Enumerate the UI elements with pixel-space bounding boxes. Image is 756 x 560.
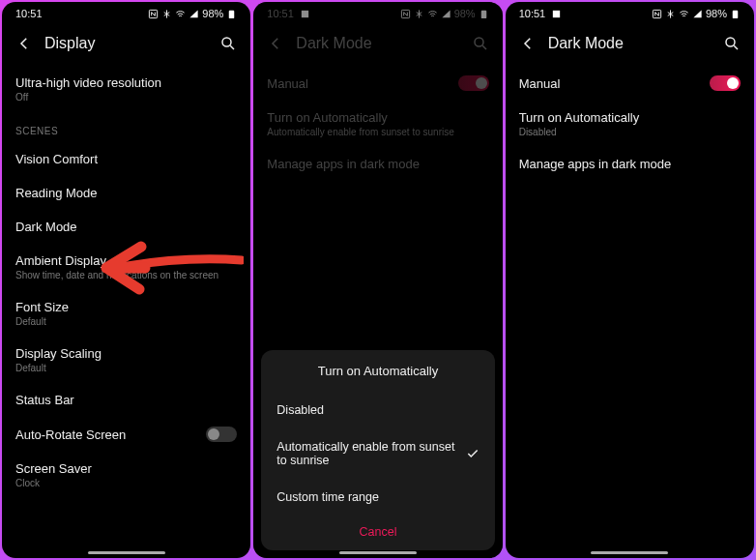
- option-disabled[interactable]: Disabled: [276, 392, 479, 428]
- signal-icon: [189, 9, 199, 19]
- battery-text: 98%: [706, 8, 727, 19]
- row-sub: Default: [15, 363, 237, 373]
- nfc-icon: [148, 9, 159, 19]
- cancel-button[interactable]: Cancel: [276, 516, 479, 541]
- nfc-icon: [652, 9, 662, 19]
- svg-rect-1: [229, 10, 235, 17]
- option-custom-time[interactable]: Custom time range: [276, 479, 479, 516]
- status-bar: 10:51 98%: [2, 2, 250, 25]
- screenshot-icon: [551, 9, 562, 19]
- dialog-auto-schedule: Turn on Automatically Disabled Automatic…: [261, 350, 494, 550]
- dialog-title: Turn on Automatically: [276, 364, 479, 378]
- home-indicator[interactable]: [339, 551, 417, 554]
- row-sub: Clock: [15, 478, 237, 488]
- row-manual[interactable]: Manual: [519, 66, 741, 101]
- status-time: 10:51: [15, 8, 43, 19]
- row-auto[interactable]: Turn on Automatically Disabled: [519, 101, 741, 147]
- row-label: Ambient Display: [15, 253, 237, 268]
- battery-icon: [730, 9, 741, 19]
- page-title: Display: [44, 35, 208, 52]
- row-screen-saver[interactable]: Screen Saver Clock: [15, 452, 237, 498]
- option-label: Disabled: [276, 403, 479, 417]
- svg-rect-7: [553, 10, 560, 16]
- status-time: 10:51: [519, 8, 546, 19]
- row-label: Turn on Automatically: [519, 110, 741, 125]
- mute-icon: [161, 9, 172, 19]
- status-bar: 10:51 98%: [506, 2, 754, 25]
- page-title: Dark Mode: [548, 35, 712, 52]
- row-ambient-display[interactable]: Ambient Display Show time, date and noti…: [15, 244, 237, 290]
- row-label: Ultra-high video resolution: [15, 75, 237, 90]
- row-reading-mode[interactable]: Reading Mode: [15, 176, 237, 210]
- section-scenes: SCENES: [15, 126, 237, 136]
- screen-dark-mode-dialog: 10:51 98% Dark Mode Manual Turn on Autom…: [253, 2, 502, 558]
- row-label: Vision Comfort: [15, 152, 237, 166]
- svg-point-10: [726, 38, 735, 46]
- home-indicator[interactable]: [88, 551, 165, 554]
- home-indicator[interactable]: [591, 551, 668, 554]
- header: Display: [2, 25, 250, 66]
- battery-text: 98%: [202, 8, 223, 19]
- toggle-manual[interactable]: [710, 75, 741, 91]
- row-vision-comfort[interactable]: Vision Comfort: [15, 142, 237, 176]
- row-status-bar[interactable]: Status Bar: [15, 383, 237, 417]
- row-label: Font Size: [15, 300, 237, 314]
- row-ultra-high-video[interactable]: Ultra-high video resolution Off: [15, 66, 237, 112]
- toggle-auto-rotate[interactable]: [206, 427, 237, 442]
- search-icon[interactable]: [723, 35, 741, 52]
- row-manage-apps[interactable]: Manage apps in dark mode: [519, 147, 741, 181]
- back-icon[interactable]: [15, 35, 33, 52]
- row-label: Reading Mode: [15, 186, 237, 200]
- wifi-icon: [175, 9, 186, 19]
- row-label: Auto-Rotate Screen: [15, 427, 126, 442]
- status-icons: 98%: [652, 8, 741, 19]
- search-icon[interactable]: [219, 35, 237, 52]
- header: Dark Mode: [506, 25, 754, 66]
- option-label: Custom time range: [276, 490, 479, 504]
- svg-point-2: [222, 38, 231, 46]
- screen-display-settings: 10:51 98% Display Ultra-high video resol…: [2, 2, 250, 558]
- row-dark-mode[interactable]: Dark Mode: [15, 210, 237, 244]
- back-icon[interactable]: [519, 35, 537, 52]
- row-font-size[interactable]: Font Size Default: [15, 290, 237, 337]
- row-auto-rotate[interactable]: Auto-Rotate Screen: [15, 417, 237, 452]
- row-label: Display Scaling: [15, 346, 237, 361]
- row-sub: Off: [15, 92, 237, 103]
- mute-icon: [665, 9, 676, 19]
- row-sub: Default: [15, 316, 237, 327]
- row-label: Manage apps in dark mode: [519, 157, 741, 171]
- option-sunset-sunrise[interactable]: Automatically enable from sunset to sunr…: [276, 428, 479, 479]
- row-sub: Disabled: [519, 127, 741, 137]
- signal-icon: [692, 9, 703, 19]
- status-icons: 98%: [148, 8, 237, 19]
- wifi-icon: [679, 9, 689, 19]
- svg-rect-9: [733, 10, 739, 17]
- row-label: Dark Mode: [15, 220, 237, 234]
- row-label: Manual: [519, 76, 561, 91]
- row-sub: Show time, date and notifications on the…: [15, 270, 237, 280]
- row-display-scaling[interactable]: Display Scaling Default: [15, 337, 237, 383]
- battery-icon: [226, 9, 237, 19]
- option-label: Automatically enable from sunset to sunr…: [276, 440, 455, 467]
- row-label: Screen Saver: [15, 461, 237, 476]
- check-icon: [466, 447, 480, 460]
- screen-dark-mode: 10:51 98% Dark Mode Manual Turn on Autom…: [506, 2, 754, 558]
- row-label: Status Bar: [15, 393, 237, 407]
